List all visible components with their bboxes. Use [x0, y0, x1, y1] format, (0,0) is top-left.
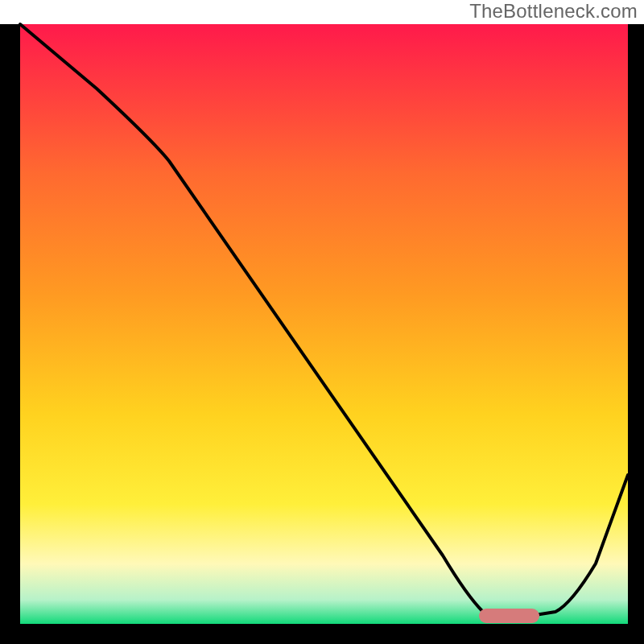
bottleneck-chart: [0, 0, 644, 644]
plot-background: [20, 24, 628, 624]
attribution-text: TheBottleneck.com: [469, 0, 638, 23]
optimal-range-marker: [479, 609, 539, 623]
frame-right: [628, 24, 644, 644]
frame-left: [0, 24, 20, 644]
frame-bottom: [0, 624, 644, 644]
chart-container: { "attribution": "TheBottleneck.com", "c…: [0, 0, 644, 644]
